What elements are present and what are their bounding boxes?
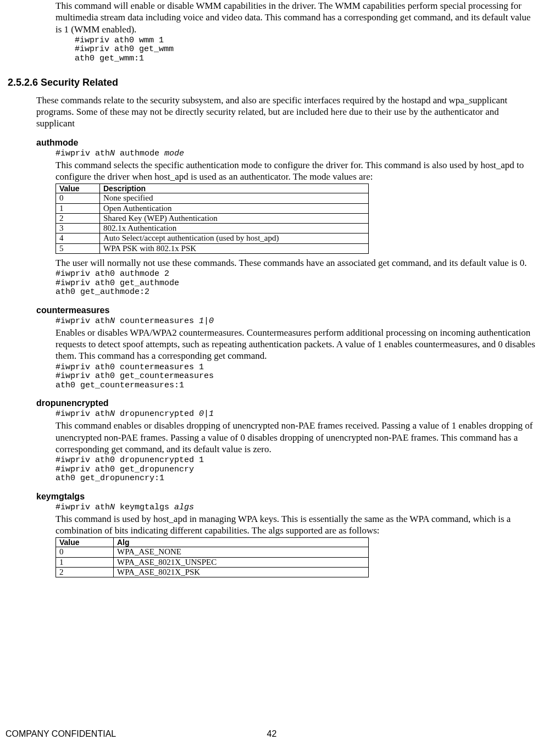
- table-row: 5WPA PSK with 802.1x PSK: [56, 243, 369, 253]
- wmm-description: This command will enable or disable WMM …: [56, 0, 538, 35]
- countermeasures-heading: countermeasures: [36, 305, 538, 316]
- table-header-description: Description: [100, 184, 369, 193]
- section-heading-security-related: 2.5.2.6 Security Related: [8, 76, 538, 89]
- dropunencrypted-description: This command enables or disables droppin…: [56, 420, 538, 455]
- dropunencrypted-example-code: #iwpriv ath0 dropunencrypted 1 #iwpriv a…: [56, 456, 538, 483]
- countermeasures-example-code: #iwpriv ath0 countermeasures 1 #iwpriv a…: [56, 363, 538, 391]
- keymgtalgs-syntax: #iwpriv athN keymgtalgs algs: [56, 503, 538, 512]
- table-row: 4Auto Select/accept authentication (used…: [56, 234, 369, 243]
- section-intro-text: These commands relate to the security su…: [36, 94, 538, 130]
- wmm-block: This command will enable or disable WMM …: [56, 0, 538, 63]
- keymgtalgs-description: This command is used by host_apd in mana…: [56, 513, 538, 537]
- table-row: 0None specified: [56, 193, 369, 203]
- footer-page-number: 42: [267, 729, 277, 740]
- countermeasures-description: Enables or disables WPA/WPA2 countermeas…: [56, 327, 538, 362]
- keymgtalgs-table: Value Alg 0WPA_ASE_NONE 1WPA_ASE_8021X_U…: [56, 537, 369, 577]
- table-header-value: Value: [56, 184, 100, 193]
- table-header-row: Value Alg: [56, 538, 369, 547]
- table-header-alg: Alg: [114, 538, 369, 547]
- footer-confidential-label: COMPANY CONFIDENTIAL: [5, 729, 116, 738]
- countermeasures-syntax: #iwpriv athN countermeasures 1|0: [56, 316, 538, 326]
- document-page: This command will enable or disable WMM …: [0, 0, 549, 756]
- table-row: 0WPA_ASE_NONE: [56, 547, 369, 557]
- table-row: 1Open Authentication: [56, 203, 369, 213]
- authmode-heading: authmode: [36, 137, 538, 148]
- authmode-example-code: #iwpriv ath0 authmode 2 #iwpriv ath0 get…: [56, 270, 538, 297]
- authmode-table: Value Description 0None specified 1Open …: [56, 184, 369, 254]
- keymgtalgs-heading: keymgtalgs: [36, 491, 538, 502]
- table-header-value: Value: [56, 538, 114, 547]
- dropunencrypted-syntax: #iwpriv athN dropunencrypted 0|1: [56, 409, 538, 419]
- page-footer: COMPANY CONFIDENTIAL 42: [5, 729, 538, 740]
- authmode-syntax: #iwpriv athN authmode mode: [56, 149, 538, 158]
- table-row: 3802.1x Authentication: [56, 224, 369, 234]
- wmm-example-code: #iwpriv ath0 wmm 1 #iwpriv ath0 get_wmm …: [75, 36, 538, 64]
- authmode-description: This command selects the specific authen…: [56, 159, 538, 183]
- dropunencrypted-heading: dropunencrypted: [36, 398, 538, 409]
- table-header-row: Value Description: [56, 184, 369, 193]
- table-row: 2Shared Key (WEP) Authentication: [56, 213, 369, 223]
- table-row: 1WPA_ASE_8021X_UNSPEC: [56, 557, 369, 567]
- table-row: 2WPA_ASE_8021X_PSK: [56, 567, 369, 577]
- authmode-after-text: The user will normally not use these com…: [56, 257, 538, 269]
